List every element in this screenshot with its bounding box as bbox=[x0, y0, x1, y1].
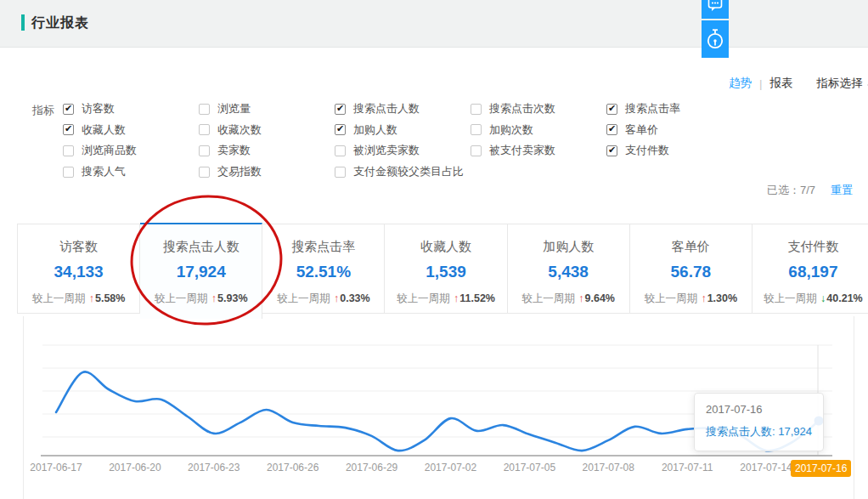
metric-card[interactable]: 搜索点击率52.51%较上一周期 ↑0.33% bbox=[262, 224, 385, 314]
checkbox-label: 被浏览卖家数 bbox=[353, 143, 420, 158]
checkbox-label: 支付件数 bbox=[625, 143, 669, 158]
title-accent-bar bbox=[21, 14, 25, 31]
metric-card[interactable]: 访客数34,133较上一周期 ↑5.58% bbox=[17, 224, 140, 314]
checkbox-icon[interactable] bbox=[335, 124, 346, 135]
metric-card-change: 较上一周期 ↓40.21% bbox=[752, 292, 868, 306]
change-percent: 0.33% bbox=[340, 292, 369, 304]
metric-card[interactable]: 加购人数5,438较上一周期 ↑9.64% bbox=[508, 224, 630, 314]
metric-card-title: 加购人数 bbox=[508, 239, 629, 255]
metric-card-title: 客单价 bbox=[630, 239, 752, 255]
metrics-column: 访客数收藏人数浏览商品数搜索人气 bbox=[63, 99, 137, 182]
checkbox-label: 支付金额较父类目占比 bbox=[353, 164, 464, 179]
compare-label: 较上一周期 bbox=[764, 292, 820, 304]
checkbox-icon[interactable] bbox=[63, 104, 74, 115]
x-tick-label: 2017-06-29 bbox=[336, 462, 408, 473]
x-tick-label: 2017-07-11 bbox=[651, 462, 723, 473]
tooltip-value: 搜索点击人数: 17,924 bbox=[706, 424, 812, 439]
checkbox-icon[interactable] bbox=[335, 104, 346, 115]
checkbox-label: 搜索点击人数 bbox=[353, 101, 420, 116]
compare-label: 较上一周期 bbox=[644, 292, 700, 304]
metric-select-toggle[interactable]: 指标选择 bbox=[817, 76, 863, 91]
metric-checkbox[interactable]: 访客数 bbox=[63, 99, 137, 120]
reset-link[interactable]: 重置 bbox=[831, 183, 853, 198]
checkbox-label: 收藏次数 bbox=[217, 122, 262, 138]
metric-checkbox[interactable]: 加购次数 bbox=[471, 120, 555, 141]
metric-checkbox[interactable]: 收藏次数 bbox=[199, 120, 262, 141]
checkbox-icon[interactable] bbox=[63, 167, 74, 178]
metric-checkbox[interactable]: 浏览量 bbox=[199, 99, 262, 120]
checkbox-icon[interactable] bbox=[199, 124, 210, 135]
change-percent: 11.52% bbox=[459, 292, 495, 304]
checkbox-icon[interactable] bbox=[471, 145, 482, 156]
metric-card-value: 17,924 bbox=[140, 263, 262, 281]
checkbox-icon[interactable] bbox=[199, 145, 210, 156]
metric-card[interactable]: 搜索点击人数17,924较上一周期 ↑5.93% bbox=[140, 223, 262, 319]
metric-card-title: 收藏人数 bbox=[385, 239, 506, 255]
checkbox-icon[interactable] bbox=[63, 124, 74, 135]
metric-checkbox[interactable]: 加购人数 bbox=[335, 120, 464, 141]
page-title: 行业报表 bbox=[31, 14, 89, 32]
checkbox-label: 被支付卖家数 bbox=[489, 143, 555, 158]
metric-card[interactable]: 客单价56.78较上一周期 ↑1.30% bbox=[630, 224, 752, 314]
compare-label: 较上一周期 bbox=[32, 292, 88, 304]
change-percent: 5.58% bbox=[95, 292, 125, 304]
metric-card-change: 较上一周期 ↑1.30% bbox=[630, 292, 752, 306]
checkbox-icon[interactable] bbox=[63, 145, 74, 156]
checkbox-icon[interactable] bbox=[335, 167, 346, 178]
metric-card-title: 访客数 bbox=[18, 239, 139, 255]
metric-card-title: 搜索点击率 bbox=[262, 239, 384, 255]
checkbox-icon[interactable] bbox=[471, 104, 482, 115]
arrow-up-icon: ↑ bbox=[454, 292, 459, 304]
trend-view-link[interactable]: 趋势 bbox=[729, 76, 752, 91]
metric-card-value: 5,438 bbox=[508, 263, 629, 281]
arrow-down-icon: ↓ bbox=[820, 292, 826, 304]
metric-checkbox[interactable]: 交易指数 bbox=[199, 162, 262, 183]
history-timer-button[interactable] bbox=[702, 20, 729, 58]
metric-checkbox[interactable]: 搜索点击人数 bbox=[335, 99, 464, 120]
selected-count: 已选：7/7 bbox=[767, 183, 815, 198]
feedback-button[interactable] bbox=[702, 0, 729, 19]
metric-card-value: 34,133 bbox=[18, 263, 139, 281]
metrics-column: 搜索点击人数加购人数被浏览卖家数支付金额较父类目占比 bbox=[335, 99, 464, 182]
x-tick-label: 2017-06-17 bbox=[20, 462, 92, 473]
floating-button-stack bbox=[702, 0, 729, 58]
metric-checkbox[interactable]: 搜索人气 bbox=[63, 162, 137, 183]
checkbox-icon[interactable] bbox=[606, 124, 617, 135]
checkbox-icon[interactable] bbox=[606, 104, 617, 115]
checkbox-label: 加购次数 bbox=[489, 122, 533, 138]
metric-card-value: 52.51% bbox=[262, 263, 384, 281]
report-view-link[interactable]: 报表 bbox=[770, 76, 793, 91]
change-percent: 40.21% bbox=[826, 292, 862, 304]
metric-card[interactable]: 收藏人数1,539较上一周期 ↑11.52% bbox=[385, 224, 507, 314]
checkbox-label: 客单价 bbox=[625, 122, 658, 138]
checkbox-label: 搜索点击率 bbox=[625, 101, 680, 116]
checkbox-label: 交易指数 bbox=[217, 164, 262, 179]
selection-summary: 已选：7/7 重置 bbox=[767, 183, 853, 198]
metric-card-value: 68,197 bbox=[752, 263, 868, 281]
checkbox-icon[interactable] bbox=[471, 124, 482, 135]
checkbox-icon[interactable] bbox=[335, 145, 346, 156]
change-percent: 1.30% bbox=[707, 292, 737, 304]
stopwatch-icon bbox=[704, 27, 726, 51]
metric-checkbox[interactable]: 支付件数 bbox=[606, 140, 680, 162]
metric-checkbox[interactable]: 搜索点击率 bbox=[606, 99, 680, 120]
metric-checkbox[interactable]: 支付金额较父类目占比 bbox=[335, 162, 464, 183]
metric-checkbox[interactable]: 搜索点击次数 bbox=[471, 99, 555, 120]
arrow-up-icon: ↑ bbox=[89, 292, 94, 304]
arrow-up-icon: ↑ bbox=[334, 292, 339, 304]
checkbox-label: 加购人数 bbox=[353, 122, 397, 138]
checkbox-icon[interactable] bbox=[199, 167, 210, 178]
metric-checkbox[interactable]: 被浏览卖家数 bbox=[335, 140, 464, 162]
metric-card[interactable]: 支付件数68,197较上一周期 ↓40.21% bbox=[752, 224, 868, 314]
x-axis-labels: 2017-06-172017-06-202017-06-232017-06-26… bbox=[0, 462, 868, 479]
metric-checkbox[interactable]: 浏览商品数 bbox=[63, 140, 137, 162]
metric-checkbox[interactable]: 被支付卖家数 bbox=[471, 140, 555, 162]
checkbox-icon[interactable] bbox=[606, 145, 617, 156]
checkbox-label: 浏览量 bbox=[217, 101, 251, 116]
tooltip-date: 2017-07-16 bbox=[706, 403, 812, 416]
arrow-up-icon: ↑ bbox=[578, 292, 583, 304]
metric-checkbox[interactable]: 客单价 bbox=[606, 120, 680, 141]
metric-checkbox[interactable]: 卖家数 bbox=[199, 140, 262, 162]
checkbox-icon[interactable] bbox=[199, 104, 210, 115]
metric-checkbox[interactable]: 收藏人数 bbox=[63, 120, 137, 141]
